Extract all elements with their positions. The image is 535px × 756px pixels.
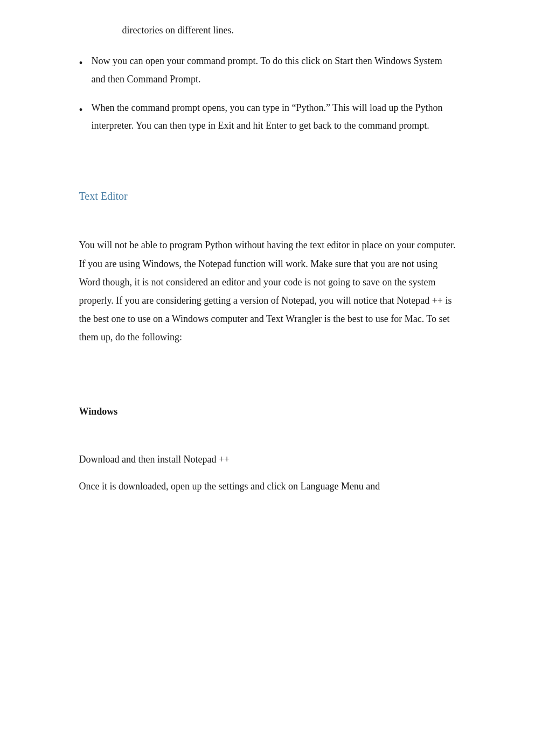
intro-indent-text: directories on different lines. [79, 22, 456, 39]
bullet-text-2: When the command prompt opens, you can t… [92, 99, 456, 135]
windows-heading: Windows [79, 403, 456, 420]
spacer-1 [79, 148, 456, 160]
page-content: directories on different lines. Now you … [47, 0, 489, 536]
list-item: Now you can open your command prompt. To… [79, 52, 456, 88]
spacer-4 [79, 437, 456, 450]
list-item: When the command prompt opens, you can t… [79, 99, 456, 135]
bullet-text-1: Now you can open your command prompt. To… [92, 52, 456, 88]
windows-line-2: Once it is downloaded, open up the setti… [79, 477, 456, 495]
windows-line-1: Download and then install Notepad ++ [79, 450, 456, 468]
spacer-3 [79, 364, 456, 377]
bullet-list: Now you can open your command prompt. To… [79, 52, 456, 135]
spacer-2 [79, 223, 456, 236]
text-editor-body: You will not be able to program Python w… [79, 236, 456, 346]
text-editor-heading: Text Editor [79, 186, 456, 206]
